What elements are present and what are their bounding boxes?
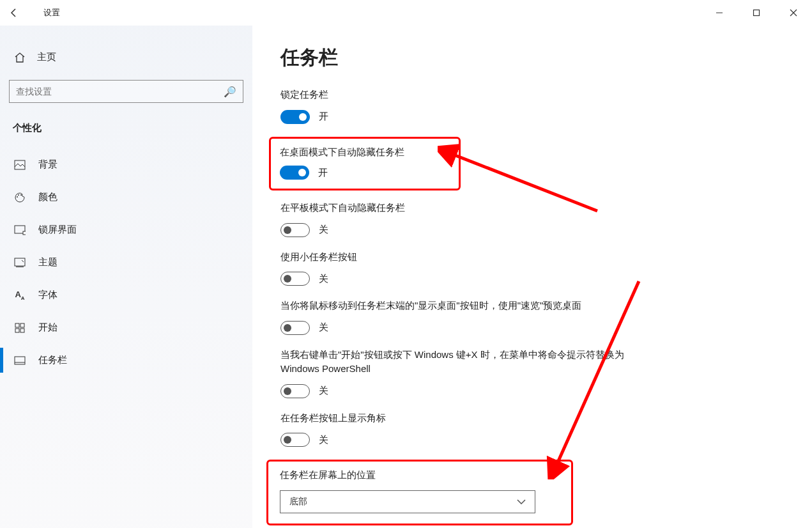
svg-rect-7 (23, 231, 26, 235)
search-box[interactable]: 🔍 (9, 80, 243, 103)
setting-label: 在桌面模式下自动隐藏任务栏 (280, 145, 450, 160)
theme-icon (14, 258, 26, 268)
toggle-small-buttons[interactable] (280, 272, 310, 286)
toggle-state: 关 (319, 273, 328, 285)
sidebar-item-label: 锁屏界面 (38, 224, 77, 236)
toggle-state: 关 (319, 322, 328, 334)
content-area: 任务栏 锁定任务栏 开 在桌面模式下自动隐藏任务栏 开 在平板模式下自动隐藏任务… (252, 26, 812, 528)
image-icon (14, 160, 26, 170)
sidebar-item-colors[interactable]: 颜色 (9, 181, 243, 214)
svg-rect-11 (20, 323, 24, 327)
setting-label: 锁定任务栏 (280, 88, 638, 102)
sidebar-item-label: 背景 (38, 159, 57, 171)
sidebar-item-label: 开始 (38, 322, 57, 334)
maximize-button[interactable] (738, 0, 775, 26)
svg-rect-13 (20, 329, 24, 332)
search-icon: 🔍 (224, 86, 236, 98)
toggle-state: 开 (318, 167, 328, 179)
setting-powershell: 当我右键单击"开始"按钮或按下 Windows 键+X 时，在菜单中将命令提示符… (280, 348, 784, 398)
svg-point-5 (20, 194, 22, 196)
palette-icon (14, 192, 26, 203)
nav-list: 背景 颜色 锁屏界面 主题 AA 字体 开始 (9, 148, 243, 377)
sidebar-item-start[interactable]: 开始 (9, 311, 243, 344)
category-title: 个性化 (9, 118, 243, 148)
sidebar-item-label: 颜色 (38, 191, 57, 203)
setting-label: 当我右键单击"开始"按钮或按下 Windows 键+X 时，在菜单中将命令提示符… (280, 348, 638, 377)
font-icon: AA (14, 290, 26, 301)
sidebar-item-lockscreen[interactable]: 锁屏界面 (9, 214, 243, 246)
chevron-down-icon (517, 499, 526, 504)
back-button[interactable] (8, 6, 20, 19)
highlight-position: 任务栏在屏幕上的位置 底部 (266, 460, 573, 525)
toggle-state: 关 (319, 434, 328, 446)
svg-rect-12 (15, 329, 19, 332)
setting-label: 在平板模式下自动隐藏任务栏 (280, 201, 638, 215)
lockscreen-icon (14, 225, 26, 235)
taskbar-position-select[interactable]: 底部 (280, 490, 535, 513)
toggle-badges[interactable] (280, 433, 310, 447)
svg-rect-1 (754, 10, 760, 16)
titlebar: 设置 (0, 0, 812, 26)
toggle-autohide-desktop[interactable] (280, 166, 309, 180)
toggle-powershell[interactable] (280, 384, 310, 398)
sidebar-item-background[interactable]: 背景 (9, 148, 243, 181)
setting-label: 使用小任务栏按钮 (280, 250, 638, 265)
setting-small-buttons: 使用小任务栏按钮 关 (280, 250, 784, 286)
close-button[interactable] (775, 0, 812, 26)
sidebar-item-taskbar[interactable]: 任务栏 (9, 344, 243, 377)
search-input[interactable] (16, 86, 224, 97)
start-icon (14, 323, 26, 333)
setting-label: 当你将鼠标移动到任务栏末端的"显示桌面"按钮时，使用"速览"预览桌面 (280, 299, 638, 313)
toggle-state: 开 (319, 111, 328, 123)
home-icon (14, 52, 26, 63)
setting-badges: 在任务栏按钮上显示角标 关 (280, 411, 784, 447)
setting-lock-taskbar: 锁定任务栏 开 (280, 88, 784, 124)
svg-point-3 (17, 196, 18, 198)
select-value: 底部 (289, 496, 307, 508)
toggle-peek[interactable] (280, 321, 310, 335)
taskbar-icon (14, 356, 26, 365)
sidebar-item-fonts[interactable]: AA 字体 (9, 279, 243, 311)
toggle-state: 关 (319, 224, 328, 236)
home-link[interactable]: 主页 (9, 26, 243, 76)
sidebar: 主页 🔍 个性化 背景 颜色 锁屏界面 主题 (0, 26, 252, 528)
setting-label: 在任务栏按钮上显示角标 (280, 411, 638, 426)
page-title: 任务栏 (280, 45, 784, 71)
minimize-button[interactable] (701, 0, 738, 26)
svg-rect-14 (15, 357, 25, 364)
home-label: 主页 (37, 51, 56, 63)
toggle-autohide-tablet[interactable] (280, 223, 310, 237)
sidebar-item-themes[interactable]: 主题 (9, 246, 243, 279)
sidebar-item-label: 主题 (38, 256, 57, 268)
window-title: 设置 (43, 7, 60, 19)
highlight-autohide: 在桌面模式下自动隐藏任务栏 开 (269, 137, 461, 191)
setting-peek: 当你将鼠标移动到任务栏末端的"显示桌面"按钮时，使用"速览"预览桌面 关 (280, 299, 784, 335)
svg-rect-10 (15, 323, 19, 327)
toggle-lock-taskbar[interactable] (280, 110, 310, 124)
section-heading: 任务栏在屏幕上的位置 (280, 469, 560, 481)
svg-point-4 (18, 194, 19, 196)
toggle-state: 关 (319, 385, 328, 397)
setting-autohide-tablet: 在平板模式下自动隐藏任务栏 关 (280, 201, 784, 237)
sidebar-item-label: 任务栏 (38, 354, 67, 366)
sidebar-item-label: 字体 (38, 289, 57, 301)
